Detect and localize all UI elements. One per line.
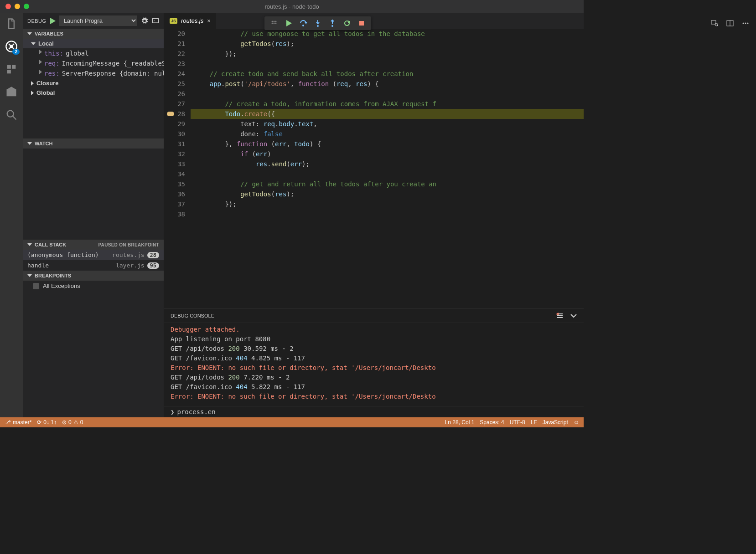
tab-bar: JS routes.js ×	[164, 13, 584, 29]
scope-global[interactable]: Global	[23, 88, 164, 97]
debug-console-icon[interactable]	[152, 17, 159, 25]
close-tab-icon[interactable]: ×	[207, 17, 211, 24]
restart-icon[interactable]	[343, 19, 351, 27]
svg-point-13	[302, 25, 304, 26]
debug-toolbar[interactable]	[264, 16, 371, 30]
var-req[interactable]: req:IncomingMessage {_readableSt…	[23, 58, 164, 68]
window-controls	[0, 4, 29, 9]
svg-point-1	[10, 45, 13, 48]
search-icon[interactable]	[5, 108, 18, 121]
svg-rect-3	[12, 65, 16, 69]
code-editor[interactable]: // use mongoose to get all todos in the …	[191, 29, 584, 308]
zoom-window[interactable]	[24, 4, 29, 9]
svg-point-9	[275, 21, 277, 22]
checkbox[interactable]	[33, 283, 39, 289]
indent[interactable]: Spaces: 4	[480, 419, 504, 426]
encoding[interactable]: UTF-8	[510, 419, 525, 426]
step-into-icon[interactable]	[314, 19, 322, 27]
svg-point-11	[274, 23, 275, 24]
svg-point-14	[317, 25, 319, 27]
tab-routes[interactable]: JS routes.js ×	[164, 13, 216, 29]
watch-section[interactable]: WATCH	[23, 138, 164, 149]
svg-point-8	[274, 21, 275, 22]
debug-sidebar: DEBUG Launch Progra VARIABLES Local this…	[23, 13, 164, 417]
scope-closure[interactable]: Closure	[23, 78, 164, 88]
watch-body	[23, 149, 164, 240]
language[interactable]: JavaScript	[543, 419, 568, 426]
cursor-pos[interactable]: Ln 28, Col 1	[445, 419, 475, 426]
stop-icon[interactable]	[357, 19, 366, 27]
svg-rect-2	[7, 65, 11, 69]
panel-title: DEBUG CONSOLE	[171, 313, 214, 318]
feedback-icon[interactable]: ☺	[574, 419, 579, 426]
titlebar: routes.js - node-todo	[0, 0, 584, 13]
gear-icon[interactable]	[141, 17, 148, 25]
callstack-section[interactable]: CALL STACK PAUSED ON BREAKPOINT	[23, 240, 164, 250]
console-output[interactable]: Debugger attached.App listening on port …	[164, 323, 584, 406]
bp-all-exceptions[interactable]: All Exceptions	[23, 281, 164, 291]
callstack-frame[interactable]: (anonymous function)routes.js28	[23, 250, 164, 260]
start-debug-button[interactable]	[50, 18, 56, 24]
clear-console-icon[interactable]	[556, 312, 564, 319]
collapse-panel-icon[interactable]	[570, 312, 577, 319]
status-bar: ⎇ master* ⟳ 0↓ 1↑ ⊘ 0 ⚠ 0 Ln 28, Col 1 S…	[0, 417, 584, 427]
continue-icon[interactable]	[285, 19, 293, 27]
svg-point-12	[275, 23, 277, 24]
debug-label: DEBUG	[27, 18, 47, 24]
scm-icon[interactable]	[5, 86, 18, 98]
debug-header: DEBUG Launch Progra	[23, 13, 164, 29]
eol[interactable]: LF	[531, 419, 537, 426]
step-out-icon[interactable]	[328, 19, 337, 27]
breakpoints-section[interactable]: BREAKPOINTS	[23, 271, 164, 281]
repl-input[interactable]: ❯ process.en	[164, 406, 584, 417]
tab-label: routes.js	[181, 17, 203, 24]
close-window[interactable]	[5, 4, 11, 9]
js-icon: JS	[170, 18, 177, 24]
window-title: routes.js - node-todo	[0, 3, 584, 10]
drag-handle-icon[interactable]	[270, 19, 278, 27]
svg-rect-16	[359, 21, 364, 26]
debug-badge: 2	[12, 49, 20, 55]
var-this[interactable]: this:global	[23, 48, 164, 58]
svg-rect-6	[152, 18, 158, 22]
step-over-icon[interactable]	[299, 19, 307, 27]
svg-point-7	[272, 21, 273, 22]
branch-item[interactable]: ⎇ master*	[5, 419, 31, 426]
gutter[interactable]: 20212223242526272829303132333435363738	[164, 29, 191, 308]
errors-item[interactable]: ⊘ 0 ⚠ 0	[62, 419, 83, 426]
explorer-icon[interactable]	[5, 17, 18, 30]
svg-rect-4	[7, 70, 11, 73]
svg-point-5	[7, 111, 14, 117]
debug-console-panel: DEBUG CONSOLE Debugger attached.App list…	[164, 308, 584, 417]
var-res[interactable]: res:ServerResponse {domain: null…	[23, 68, 164, 78]
activity-bar: 2	[0, 13, 23, 417]
editor-group: JS routes.js × 2021222324252627282930313…	[164, 13, 584, 417]
sync-item[interactable]: ⟳ 0↓ 1↑	[37, 419, 57, 426]
minimize-window[interactable]	[15, 4, 20, 9]
svg-point-10	[272, 23, 273, 24]
debug-icon[interactable]: 2	[5, 40, 18, 53]
callstack-frame[interactable]: handlelayer.js95	[23, 260, 164, 271]
callstack-status: PAUSED ON BREAKPOINT	[98, 242, 159, 247]
svg-point-15	[331, 25, 333, 27]
variables-section[interactable]: VARIABLES	[23, 29, 164, 39]
debug-config-select[interactable]: Launch Progra	[59, 15, 137, 26]
extensions-icon[interactable]	[5, 63, 18, 76]
scope-local[interactable]: Local	[23, 39, 164, 48]
